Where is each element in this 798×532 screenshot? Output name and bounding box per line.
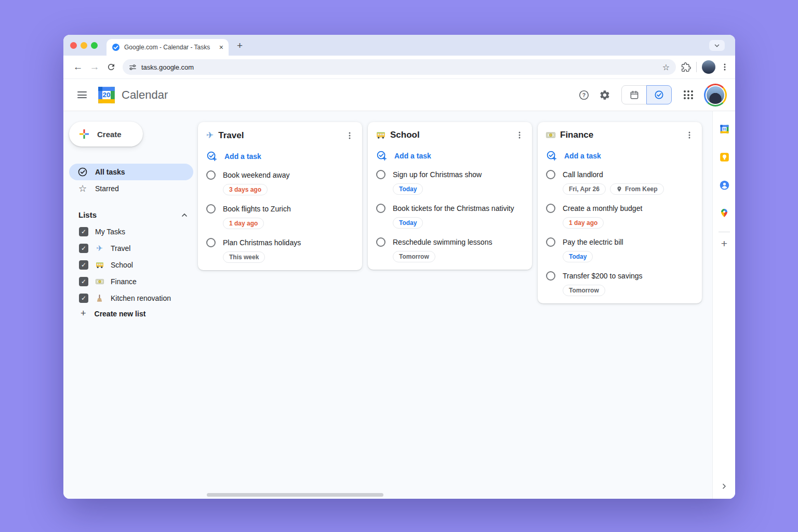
task-title[interactable]: Sign up for Christmas show (393, 169, 482, 180)
forward-button[interactable]: → (86, 59, 103, 75)
due-date-chip[interactable]: 1 day ago (223, 218, 264, 229)
list-item-school[interactable]: ✓ School (69, 257, 198, 273)
bookmark-star-icon[interactable]: ☆ (659, 62, 673, 72)
calendar-logo-icon: 20 (97, 85, 116, 105)
minimize-window-button[interactable] (81, 42, 87, 49)
from-keep-chip[interactable]: From Keep (610, 183, 664, 195)
browser-menu-icon[interactable] (721, 63, 729, 71)
url-text[interactable]: tasks.google.com (141, 63, 655, 71)
tab-list-menu-button[interactable] (709, 40, 725, 51)
due-date-chip[interactable]: Today (393, 183, 423, 195)
due-date-chip[interactable]: Tomorrow (393, 251, 435, 262)
checkbox-checked[interactable]: ✓ (79, 294, 88, 303)
checkbox-checked[interactable]: ✓ (79, 244, 88, 253)
task-row[interactable]: Pay the electric bill Today (546, 237, 694, 262)
checkbox-checked[interactable]: ✓ (79, 227, 88, 236)
list-item-finance[interactable]: ✓ Finance (69, 273, 198, 290)
complete-task-circle[interactable] (206, 204, 216, 214)
google-apps-button[interactable] (678, 85, 699, 105)
list-label: Kitchen renovation (111, 294, 171, 302)
app-title: Calendar (122, 88, 168, 102)
complete-task-circle[interactable] (546, 204, 555, 213)
account-avatar[interactable] (704, 84, 727, 107)
complete-task-circle[interactable] (376, 170, 385, 179)
main-menu-button[interactable] (72, 85, 92, 105)
maximize-window-button[interactable] (91, 42, 98, 49)
maps-panel-button[interactable] (713, 203, 735, 223)
tasks-content: Create All tasks ☆ Starred (63, 111, 735, 499)
add-task-button[interactable]: Add a task (546, 150, 694, 161)
tab-close-icon[interactable]: × (219, 44, 223, 51)
browser-tab[interactable]: Google.com - Calendar - Tasks × (107, 39, 229, 56)
refresh-button[interactable] (103, 59, 119, 75)
task-title[interactable]: Create a monthly budget (563, 203, 642, 214)
tasks-view-button-selected[interactable] (646, 85, 672, 104)
task-row[interactable]: Book weekend away 3 days ago (206, 170, 354, 195)
list-item-travel[interactable]: ✓ ✈ Travel (69, 240, 198, 257)
extensions-icon[interactable] (681, 62, 691, 72)
task-row[interactable]: Reschedule swimming lessons Tomorrow (376, 237, 524, 262)
keep-panel-button[interactable] (713, 147, 735, 167)
lists-section-header[interactable]: Lists (69, 210, 189, 219)
due-date-chip[interactable]: 1 day ago (563, 217, 604, 229)
help-button[interactable]: ? (574, 85, 594, 105)
new-tab-button[interactable]: + (237, 40, 243, 51)
horizontal-scrollbar[interactable] (207, 493, 383, 497)
add-task-button[interactable]: Add a task (376, 150, 524, 161)
calendar-view-button[interactable] (621, 85, 647, 104)
browser-profile-avatar[interactable] (702, 60, 715, 74)
site-settings-icon[interactable] (129, 63, 137, 71)
task-title[interactable]: Book tickets for the Christmas nativity (393, 203, 514, 214)
calendar-panel-button[interactable]: 31 (713, 118, 735, 139)
list-menu-button[interactable] (685, 131, 694, 139)
list-menu-button[interactable] (345, 131, 354, 140)
create-button[interactable]: Create (69, 122, 143, 147)
complete-task-circle[interactable] (376, 237, 385, 247)
complete-task-circle[interactable] (206, 170, 216, 180)
list-item-my-tasks[interactable]: ✓ My Tasks (69, 223, 198, 240)
task-title[interactable]: Pay the electric bill (563, 237, 623, 247)
settings-button[interactable] (594, 85, 615, 105)
task-title[interactable]: Reschedule swimming lessons (393, 237, 492, 247)
task-row[interactable]: Create a monthly budget 1 day ago (546, 203, 694, 229)
due-date-chip[interactable]: Tomorrow (563, 285, 605, 296)
close-window-button[interactable] (70, 42, 77, 49)
due-date-chip[interactable]: Today (563, 251, 593, 262)
checkbox-checked[interactable]: ✓ (79, 277, 88, 286)
task-row[interactable]: Transfer $200 to savings Tomorrow (546, 271, 694, 296)
complete-task-circle[interactable] (546, 237, 555, 247)
task-row[interactable]: Sign up for Christmas show Today (376, 169, 524, 195)
get-add-ons-button[interactable]: + (713, 234, 735, 253)
list-menu-button[interactable] (515, 131, 524, 139)
sidebar-item-all-tasks[interactable]: All tasks (69, 164, 193, 180)
create-new-list-button[interactable]: + Create new list (69, 308, 198, 319)
add-task-button[interactable]: Add a task (206, 151, 354, 162)
task-row[interactable]: Plan Christmas holidays This week (206, 237, 354, 263)
task-title[interactable]: Transfer $200 to savings (563, 271, 643, 281)
task-row[interactable]: Call landlord Fri, Apr 26 From Keep (546, 169, 694, 195)
task-title[interactable]: Plan Christmas holidays (223, 237, 301, 248)
tab-title: Google.com - Calendar - Tasks (124, 44, 215, 51)
task-row[interactable]: Book flights to Zurich 1 day ago (206, 204, 354, 229)
complete-task-circle[interactable] (546, 170, 555, 179)
contacts-panel-button[interactable] (713, 175, 735, 195)
hide-side-panel-button[interactable] (713, 482, 735, 490)
due-date-chip[interactable]: Today (393, 217, 423, 229)
complete-task-circle[interactable] (376, 204, 385, 213)
sidebar-item-starred[interactable]: ☆ Starred (69, 180, 193, 197)
chevron-up-icon[interactable] (180, 211, 189, 219)
complete-task-circle[interactable] (546, 271, 555, 281)
list-item-kitchen-renovation[interactable]: ✓ Kitchen renovation (69, 290, 198, 307)
due-date-chip[interactable]: This week (223, 251, 265, 263)
task-title[interactable]: Call landlord (563, 169, 603, 180)
complete-task-circle[interactable] (206, 238, 216, 247)
address-bar[interactable]: tasks.google.com ☆ (123, 59, 676, 75)
due-date-chip[interactable]: 3 days ago (223, 184, 268, 195)
back-button[interactable]: ← (70, 59, 86, 75)
checkbox-checked[interactable]: ✓ (79, 260, 88, 270)
kebab-icon (685, 131, 694, 139)
task-title[interactable]: Book flights to Zurich (223, 204, 291, 214)
task-row[interactable]: Book tickets for the Christmas nativity … (376, 203, 524, 229)
task-title[interactable]: Book weekend away (223, 170, 289, 180)
due-date-chip[interactable]: Fri, Apr 26 (563, 183, 606, 195)
